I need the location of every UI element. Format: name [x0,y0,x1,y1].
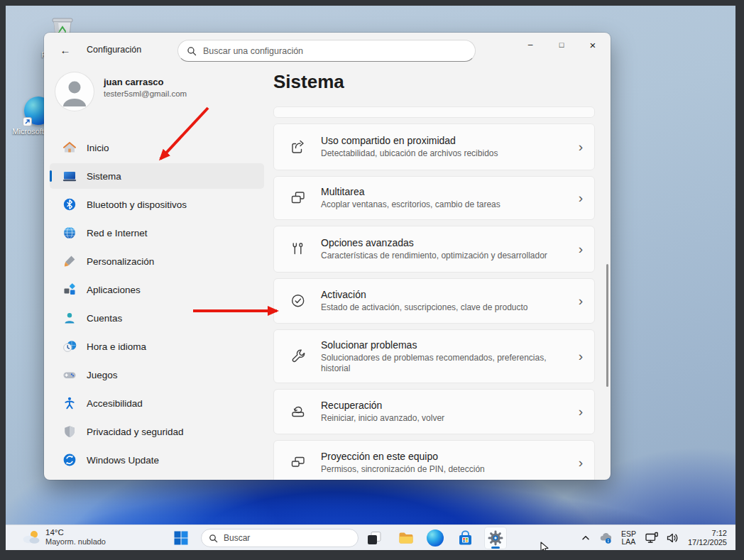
chevron-right-icon: › [579,190,583,206]
chevron-right-icon: › [579,241,583,257]
sidebar-item-bluetooth[interactable]: Bluetooth y dispositivos [50,192,264,217]
clipped-settings-card[interactable] [273,106,595,118]
sidebar-item-label: Red e Internet [87,228,148,238]
settings-row-uso-compartido[interactable]: Uso compartido en proximidad Detectabili… [273,123,595,170]
projection-icon [290,454,307,471]
troubleshoot-wrench-icon [290,348,307,365]
settings-row-title: Multitarea [321,186,573,197]
apps-icon [62,282,77,297]
start-button[interactable] [170,527,192,549]
settings-row-recuperacion[interactable]: Recuperación Reiniciar, inicio avanzado,… [273,389,595,434]
privacy-shield-icon [62,424,77,439]
chevron-right-icon: › [579,455,583,471]
settings-row-title: Opciones avanzadas [321,237,573,248]
minimize-icon: – [528,40,533,50]
speaker-icon [666,532,680,544]
task-view-icon [366,530,382,546]
settings-row-solucionar-problemas[interactable]: Solucionar problemas Solucionadores de p… [273,329,595,383]
sidebar-item-red[interactable]: Red e Internet [50,220,264,246]
sidebar-item-privacidad[interactable]: Privacidad y seguridad [50,419,264,444]
taskbar-weather-widget[interactable]: 14°C Mayorm. nublado [21,527,106,547]
sidebar-item-label: Cuentas [87,313,122,324]
settings-row-proyeccion[interactable]: Proyección en este equipo Permisos, sinc… [273,440,595,480]
edge-button[interactable] [424,527,447,549]
settings-row-subtitle: Reiniciar, inicio avanzado, volver [321,413,571,424]
edge-icon [427,529,444,547]
taskbar-search-box[interactable] [201,529,359,547]
tray-time: 7:12 [688,529,727,538]
file-explorer-icon [398,529,415,547]
content-scrollbar[interactable] [606,264,608,387]
search-icon [209,534,218,543]
home-icon [62,141,77,155]
sidebar-item-accesibilidad[interactable]: Accesibilidad [50,390,264,416]
recovery-icon [290,403,307,420]
user-email: tester5sml@gmail.com [104,89,187,98]
settings-row-subtitle: Características de rendimiento, optimiza… [321,251,571,261]
settings-row-title: Proyección en este equipo [321,451,573,462]
sidebar-item-juegos[interactable]: Juegos [50,362,264,388]
settings-row-subtitle: Permisos, sincronización de PIN, detecci… [321,464,571,475]
close-button[interactable]: × [577,33,608,57]
avatar[interactable] [55,72,94,111]
windows-update-icon [62,453,77,467]
sidebar-item-label: Sistema [87,171,121,182]
settings-row-activacion[interactable]: Activación Estado de activación, suscrip… [273,278,595,324]
taskbar-search-input[interactable] [224,533,351,543]
close-icon: × [590,39,596,51]
taskbar: 14°C Mayorm. nublado [6,525,735,550]
sidebar-item-label: Hora e idioma [87,341,146,352]
hidden-icons-button[interactable] [576,527,595,549]
search-input[interactable] [203,46,466,56]
settings-row-opciones-avanzadas[interactable]: Opciones avanzadas Características de re… [273,226,595,273]
task-view-button[interactable] [363,527,385,549]
sidebar-item-label: Juegos [87,370,118,380]
file-explorer-button[interactable] [395,527,417,549]
sidebar-item-aplicaciones[interactable]: Aplicaciones [50,277,264,302]
onedrive-tray-button[interactable] [595,527,616,549]
windows-logo-icon [174,531,188,545]
store-button[interactable] [454,527,476,549]
sidebar-item-cuentas[interactable]: Cuentas [50,305,264,331]
app-title: Configuración [87,45,141,55]
sidebar-item-sistema[interactable]: Sistema [50,163,264,189]
search-icon [187,46,197,56]
accounts-icon [62,311,77,325]
language-indicator[interactable]: ESP LAA [616,527,641,549]
advanced-options-icon [290,241,307,258]
chevron-right-icon: › [579,404,583,419]
sidebar-item-label: Accesibilidad [87,398,143,409]
sidebar-item-hora-idioma[interactable]: Hora e idioma [50,334,264,359]
shortcut-arrow-icon [23,117,32,126]
user-name: juan carrasco [104,77,164,87]
nearby-sharing-icon [290,138,307,155]
maximize-button[interactable]: □ [546,33,577,57]
screen-frame: Papelera de reciclaje Microsoft Edge ← C… [0,0,744,560]
activation-icon [290,292,307,309]
settings-row-title: Recuperación [321,400,573,411]
volume-tray-button[interactable] [662,527,684,549]
chevron-right-icon: › [579,348,583,364]
clock-tray-button[interactable]: 7:12 17/12/2025 [684,527,735,549]
network-tray-button[interactable] [641,527,662,549]
sidebar-item-label: Aplicaciones [87,285,141,295]
settings-row-title: Uso compartido en proximidad [321,135,573,146]
desktop: Papelera de reciclaje Microsoft Edge ← C… [6,6,735,550]
sidebar-item-personalizacion[interactable]: Personalización [50,248,264,274]
settings-app-button[interactable] [484,527,507,549]
settings-row-subtitle: Detectabilidad, ubicación de archivos re… [321,148,571,159]
settings-row-multitarea[interactable]: Multitarea Acoplar ventanas, escritorios… [273,176,595,220]
weather-temperature: 14°C [45,527,106,537]
settings-search-box[interactable] [177,40,476,62]
microsoft-store-icon [457,530,474,547]
minimize-button[interactable]: – [515,33,546,57]
network-icon [645,532,659,544]
network-globe-icon [62,226,77,240]
gaming-icon [62,368,77,382]
system-icon [62,169,77,183]
sidebar-item-windows-update[interactable]: Windows Update [50,447,264,473]
bluetooth-icon [62,197,77,212]
sidebar-item-label: Inicio [87,143,109,153]
back-button[interactable]: ← [54,40,77,60]
sidebar-item-inicio[interactable]: Inicio [50,135,264,160]
